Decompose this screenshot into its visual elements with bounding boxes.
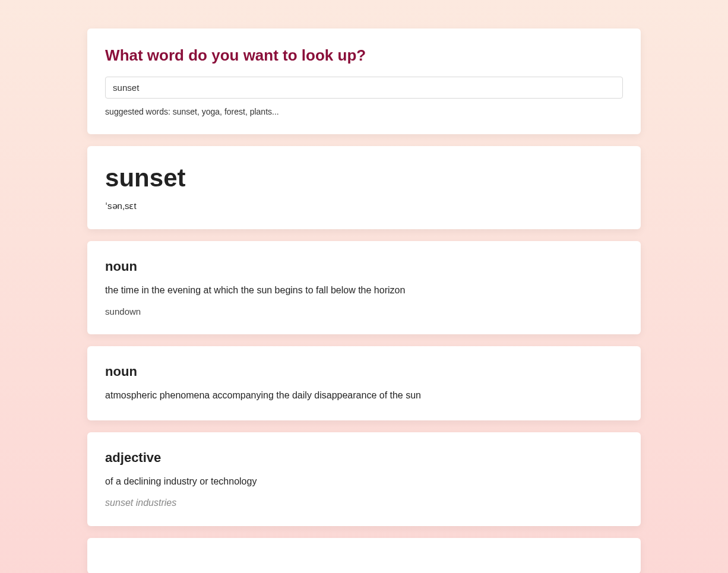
meaning-card: adjective of a declining industry or tec…	[87, 432, 641, 526]
search-card: What word do you want to look up? sugges…	[87, 29, 641, 134]
example-text: sunset industries	[105, 498, 623, 508]
part-of-speech: adjective	[105, 450, 623, 466]
result-phonetic: ˈsənˌsɛt	[105, 201, 623, 211]
meaning-card: noun the time in the evening at which th…	[87, 241, 641, 334]
part-of-speech: noun	[105, 259, 623, 274]
search-suggestions: suggested words: sunset, yoga, forest, p…	[105, 107, 623, 116]
result-header-card: sunset ˈsənˌsɛt	[87, 146, 641, 229]
result-word: sunset	[105, 164, 623, 192]
synonym-text: sundown	[105, 306, 623, 316]
search-title: What word do you want to look up?	[105, 46, 623, 65]
definition-text: atmospheric phenomena accompanying the d…	[105, 389, 623, 402]
definition-text: the time in the evening at which the sun…	[105, 284, 623, 297]
search-input[interactable]	[105, 77, 623, 99]
definition-text: of a declining industry or technology	[105, 475, 623, 488]
meaning-card: noun atmospheric phenomena accompanying …	[87, 346, 641, 420]
meaning-card	[87, 538, 641, 573]
part-of-speech: noun	[105, 364, 623, 379]
